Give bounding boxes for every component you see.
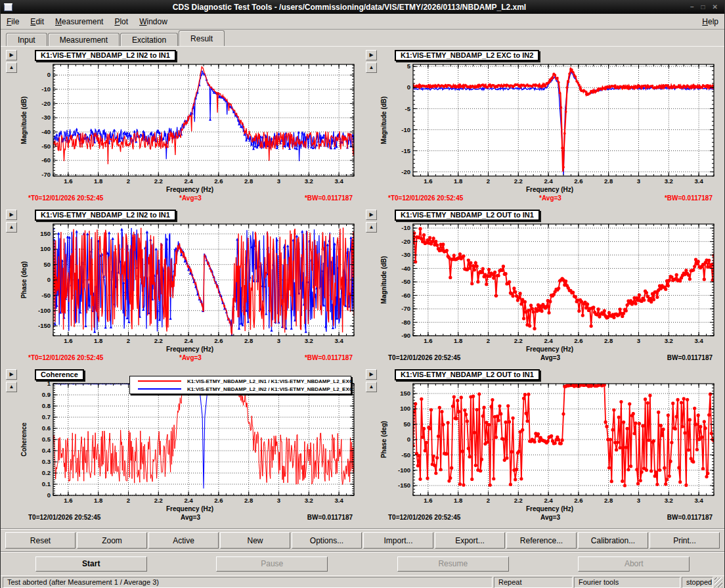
pane-collapse-button[interactable]: ▲ [6,222,17,233]
export-button[interactable]: Export... [435,532,505,549]
svg-text:100: 100 [400,405,410,412]
calibration-button[interactable]: Calibration... [578,532,648,549]
annotation-avg: *Avg=3 [179,194,202,204]
svg-text:0: 0 [47,71,51,78]
plot-canvas[interactable]: 1.61.822.22.42.62.833.23.40-10-20-30-40-… [19,61,361,186]
menu-help[interactable]: Help [702,17,718,26]
svg-text:3.2: 3.2 [665,337,673,344]
status-message: Test aborted (after Measurement 1 / Aver… [3,577,493,588]
menu-window[interactable]: Window [139,17,167,26]
pane-collapse-button[interactable]: ▲ [6,382,17,392]
svg-text:0.1: 0.1 [42,480,51,487]
result-panel: ▶ ▲ K1:VIS-ETMY_NBDAMP_L2 IN2 to IN1 1.6… [1,46,724,588]
tab-input[interactable]: Input [6,33,47,46]
svg-text:1.8: 1.8 [94,497,102,504]
options-button[interactable]: Options... [292,532,362,549]
resize-grip[interactable] [714,577,722,587]
pane-expand-button[interactable]: ▶ [366,50,377,60]
tab-measurement[interactable]: Measurement [48,33,120,46]
status-state: stopped [682,577,713,588]
svg-text:1.6: 1.6 [64,337,72,344]
annotation-bw: *BW=0.0117187 [202,194,353,204]
import-button[interactable]: Import... [363,532,433,549]
plot-canvas[interactable]: 1.61.822.22.42.62.833.23.4150100500-50-1… [19,221,361,346]
status-repeat: Repeat [494,577,573,588]
plot-canvas[interactable]: 1.61.822.22.42.62.833.23.4-10-20-30-40-5… [379,221,720,346]
svg-text:2.2: 2.2 [514,177,523,185]
plot-title: K1:VIS-ETMY_NBDAMP_L2 OUT to IN1 [395,210,540,221]
plot-legend: K1:VIS-ETMY_NBDAMP_L2_IN1 / K1:VIS-ETMY_… [129,376,351,394]
plot-grid: ▶ ▲ K1:VIS-ETMY_NBDAMP_L2 IN2 to IN1 1.6… [1,49,724,527]
svg-text:1.6: 1.6 [424,177,432,185]
tab-excitation[interactable]: Excitation [120,33,178,46]
svg-text:Phase (deg): Phase (deg) [20,261,28,299]
menu-plot[interactable]: Plot [114,17,128,26]
start-button[interactable]: Start [35,556,147,572]
pane-expand-button[interactable]: ▶ [366,210,377,220]
maximize-icon[interactable]: □ [701,3,705,11]
svg-text:2.4: 2.4 [544,177,553,185]
svg-text:2: 2 [127,497,130,504]
zoom-button[interactable]: Zoom [77,532,147,549]
svg-text:-20: -20 [401,168,410,175]
pane-collapse-button[interactable]: ▲ [366,222,377,233]
svg-text:Phase (deg): Phase (deg) [380,421,387,459]
tab-result[interactable]: Result [179,30,225,46]
active-button[interactable]: Active [148,532,219,549]
svg-text:1.8: 1.8 [454,337,462,344]
print-button[interactable]: Print... [649,532,720,549]
svg-text:5: 5 [407,62,411,70]
svg-text:2.4: 2.4 [184,177,193,185]
pane-collapse-button[interactable]: ▲ [6,62,17,73]
svg-text:2.4: 2.4 [544,337,553,344]
svg-text:3.4: 3.4 [694,177,703,185]
window-title: CDS Diagnostic Test Tools - /users/Commi… [16,3,682,12]
menu-file[interactable]: File [7,17,19,26]
minimize-icon[interactable]: – [690,3,694,11]
svg-text:1.8: 1.8 [454,177,462,185]
annotation-t0: *T0=12/01/2026 20:52:45 [28,354,179,363]
new-button[interactable]: New [220,532,290,549]
svg-text:2.8: 2.8 [604,177,613,185]
pane-collapse-button[interactable]: ▲ [366,382,377,392]
pause-button: Pause [216,556,328,572]
svg-text:2.2: 2.2 [154,337,163,344]
plot-title: K1:VIS-ETMY_NBDAMP_L2 IN2 to IN1 [35,50,176,61]
svg-text:-10: -10 [401,224,410,231]
svg-text:3.2: 3.2 [665,177,673,185]
plot-pane-magnitude-exc-in2: ▶ ▲ K1:VIS-ETMY_NBDAMP_L2 EXC to IN2 1.6… [366,49,720,208]
svg-text:2: 2 [487,497,490,504]
plot-annotations: T0=12/01/2026 20:52:45 Avg=3 BW=0.011718… [379,514,720,523]
plot-canvas[interactable]: 1.61.822.22.42.62.833.23.410.90.80.70.60… [19,380,361,505]
menu-edit[interactable]: Edit [30,17,44,26]
pane-expand-button[interactable]: ▶ [6,210,17,220]
annotation-avg: *Avg=3 [539,194,561,204]
pane-expand-button[interactable]: ▶ [6,50,17,60]
svg-text:2.2: 2.2 [514,337,523,344]
reset-button[interactable]: Reset [5,532,76,549]
annotation-bw: BW=0.0117187 [200,514,353,523]
close-icon[interactable]: ✕ [713,3,718,11]
svg-text:-150: -150 [38,322,51,329]
svg-text:50: 50 [403,420,410,428]
svg-text:3: 3 [637,337,640,344]
svg-text:-10: -10 [41,85,51,93]
window-icon[interactable] [4,3,12,11]
plot-canvas[interactable]: 1.61.822.22.42.62.833.23.450-5-10-15-20M… [379,61,720,186]
annotation-avg: Avg=3 [540,354,560,363]
svg-text:-70: -70 [401,305,410,312]
menu-measurement[interactable]: Measurement [55,17,103,26]
reference-button[interactable]: Reference... [506,532,577,549]
pane-collapse-button[interactable]: ▲ [366,62,377,73]
plot-toolbar: Reset Zoom Active New Options... Import.… [1,528,724,551]
annotation-bw: *BW=0.0117187 [202,354,353,363]
svg-text:-70: -70 [41,171,51,178]
plot-canvas[interactable]: 1.61.822.22.42.62.833.23.4150100500-50-1… [379,380,720,505]
svg-text:3.4: 3.4 [694,497,703,504]
pane-expand-button[interactable]: ▶ [366,369,377,380]
svg-text:0.2: 0.2 [42,469,51,476]
svg-text:-20: -20 [41,100,51,107]
pane-expand-button[interactable]: ▶ [6,369,17,380]
svg-text:-20: -20 [401,238,410,245]
svg-text:3.4: 3.4 [334,337,343,344]
